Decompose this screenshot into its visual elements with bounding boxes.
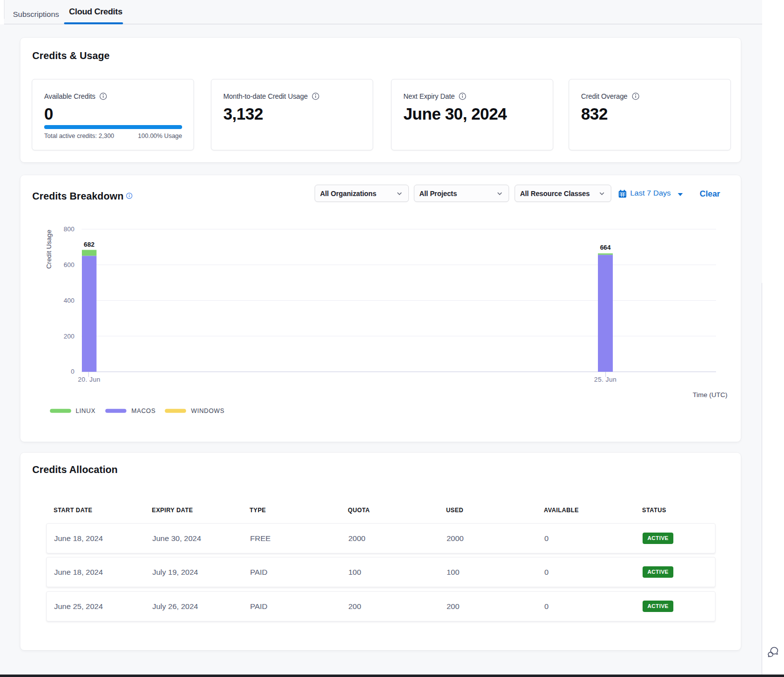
svg-text:20. Jun: 20. Jun [78, 376, 100, 383]
svg-text:664: 664 [600, 244, 611, 251]
svg-text:LINUX: LINUX [76, 407, 96, 414]
svg-text:800: 800 [64, 225, 74, 233]
svg-text:WINDOWS: WINDOWS [191, 407, 224, 414]
svg-text:200: 200 [64, 333, 74, 340]
svg-text:25. Jun: 25. Jun [594, 376, 616, 383]
svg-text:0: 0 [71, 368, 74, 375]
svg-text:400: 400 [64, 297, 74, 304]
svg-text:Credit Usage: Credit Usage [45, 230, 53, 269]
svg-text:MACOS: MACOS [131, 407, 156, 414]
svg-text:600: 600 [64, 261, 74, 269]
svg-text:682: 682 [84, 241, 95, 248]
svg-text:Time (UTC): Time (UTC) [693, 391, 727, 399]
